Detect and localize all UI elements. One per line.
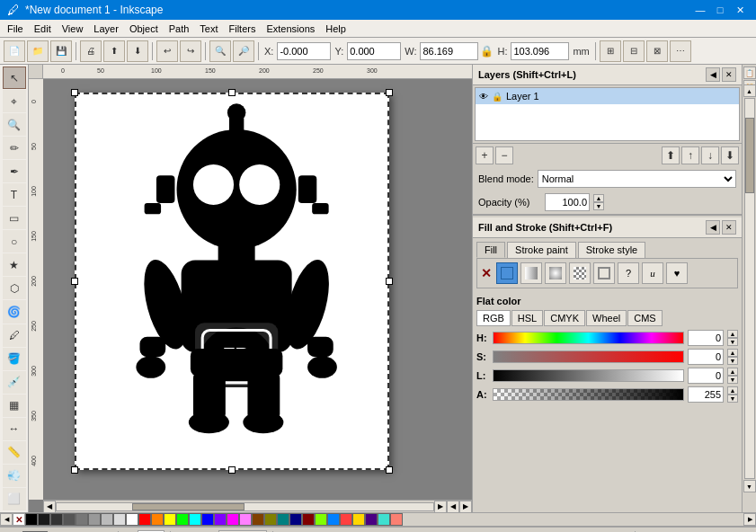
fill-close-btn[interactable]: ✕ [722,220,736,235]
h-scroll-track[interactable] [56,502,434,511]
swatch-green[interactable] [176,513,189,526]
h-spinner[interactable]: ▲ ▼ [727,330,738,346]
menu-view[interactable]: View [57,22,89,36]
tab-cms[interactable]: CMS [627,310,662,326]
palette-x[interactable]: ✕ [13,513,25,526]
zoom-tool[interactable]: 🔍 [3,113,26,136]
tab-rgb[interactable]: RGB [476,310,511,326]
layer-visibility-icon[interactable]: 👁 [479,92,488,102]
menu-layer[interactable]: Layer [88,22,124,36]
fill-none-icon[interactable]: ✕ [481,266,492,280]
swatch-pink[interactable] [239,513,252,526]
tab-stroke-paint[interactable]: Stroke paint [507,242,576,258]
a-slider[interactable] [493,388,684,401]
scroll-up-btn[interactable]: ◀ [447,501,459,513]
fill-unset-btn[interactable]: u [642,262,663,284]
swatch-white[interactable] [126,513,138,526]
tab-fill[interactable]: Fill [476,242,505,258]
l-slider[interactable] [493,369,684,382]
swatch-gray4[interactable] [88,513,101,526]
layer-item-1[interactable]: 👁 🔒 Layer 1 [476,88,739,104]
s-value[interactable] [688,349,724,365]
l-value[interactable] [688,368,724,384]
swatch-gray1[interactable] [50,513,63,526]
swatch-teal[interactable] [277,513,289,526]
pen-tool[interactable]: ✒ [3,160,26,182]
fill-unknown-btn[interactable]: ? [618,262,639,284]
h-scrollbar[interactable]: ◀ ▶ ◀ ▶ [43,500,472,512]
blend-select[interactable]: Normal [538,170,736,188]
l-spinner[interactable]: ▲ ▼ [727,368,738,384]
close-button[interactable]: ✕ [731,3,749,17]
swatch-turquoise[interactable] [378,513,390,526]
a-down-btn[interactable]: ▼ [727,395,738,403]
redo-button[interactable]: ↪ [180,40,201,62]
swatch-olive[interactable] [264,513,277,526]
h-field[interactable] [511,42,569,60]
circle-tool[interactable]: ○ [3,230,26,253]
zoom-out-button[interactable]: 🔎 [233,40,254,62]
new-button[interactable]: 📄 [4,40,25,62]
transform-button[interactable]: ⊞ [600,40,621,62]
swatch-gray5[interactable] [101,513,113,526]
handle-br[interactable] [386,466,393,474]
swatch-lightgray[interactable] [113,513,126,526]
freehand-tool[interactable]: ✏ [3,137,26,159]
a-value[interactable] [688,386,724,403]
swatch-navy[interactable] [289,513,302,526]
eyedropper-tool[interactable]: 💉 [3,371,26,394]
add-layer-btn[interactable]: + [476,146,494,164]
distribute-button[interactable]: ⊠ [646,40,668,62]
handle-tl[interactable] [71,89,78,96]
menu-path[interactable]: Path [164,22,195,36]
menu-filters[interactable]: Filters [224,22,262,36]
handle-bl[interactable] [71,466,78,474]
fill-flat-btn[interactable] [496,262,518,284]
swatch-coral[interactable] [340,513,352,526]
measure-tool[interactable]: 📏 [3,441,26,464]
undo-button[interactable]: ↩ [156,40,178,62]
layer-to-top-btn[interactable]: ⬆ [662,146,680,164]
palette-scroll-right[interactable]: ▶ [743,513,756,526]
w-field[interactable] [420,42,478,60]
a-spinner[interactable]: ▲ ▼ [727,386,738,403]
tab-cmyk[interactable]: CMYK [544,310,585,326]
opacity-up-btn[interactable]: ▲ [593,194,604,202]
title-bar-controls[interactable]: — □ ✕ [691,3,749,17]
handle-tr[interactable] [386,89,393,96]
layers-close-btn[interactable]: ✕ [722,67,736,82]
layer-to-bottom-btn[interactable]: ⬇ [721,146,739,164]
more-button[interactable]: ⋯ [670,40,691,62]
tab-wheel[interactable]: Wheel [586,310,627,326]
layer-down-btn[interactable]: ↓ [701,146,719,164]
menu-extensions[interactable]: Extensions [261,22,320,36]
layer-lock-icon[interactable]: 🔒 [492,92,503,102]
h-scroll-thumb[interactable] [132,503,245,510]
h-value[interactable] [688,330,724,346]
scroll-right-btn[interactable]: ▶ [434,501,447,513]
swatch-black[interactable] [25,513,38,526]
handle-tm[interactable] [228,89,236,96]
swatch-gold[interactable] [352,513,365,526]
swatch-indigo[interactable] [365,513,378,526]
x-field[interactable] [277,42,331,60]
l-down-btn[interactable]: ▼ [727,376,738,384]
y-field[interactable] [347,42,401,60]
h-up-btn[interactable]: ▲ [727,330,738,338]
remove-layer-btn[interactable]: − [495,146,513,164]
s-spinner[interactable]: ▲ ▼ [727,349,738,365]
swatch-darkred[interactable] [302,513,315,526]
swatch-lime[interactable] [315,513,327,526]
layer-up-btn[interactable]: ↑ [681,146,699,164]
swatch-red[interactable] [138,513,151,526]
swatch-darkgray[interactable] [38,513,50,526]
eraser-tool[interactable]: ⬜ [3,488,26,510]
palette-scroll-left[interactable]: ◀ [0,513,13,526]
print-button[interactable]: 🖨 [80,40,102,62]
fill-heart-btn[interactable]: ♥ [666,262,688,284]
tab-stroke-style[interactable]: Stroke style [578,242,645,258]
h-down-btn[interactable]: ▼ [727,338,738,346]
text-tool[interactable]: T [3,183,26,206]
spray-tool[interactable]: 💨 [3,465,26,487]
menu-text[interactable]: Text [194,22,223,36]
